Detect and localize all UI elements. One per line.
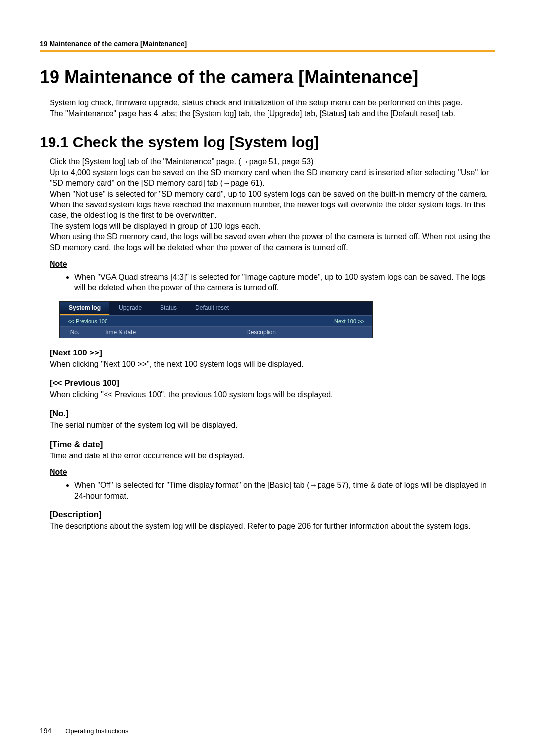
subheading-no: [No.] bbox=[50, 409, 495, 419]
body-line: When using the SD memory card, the logs … bbox=[50, 231, 495, 252]
doc-title: Operating Instructions bbox=[65, 727, 128, 735]
previous-100-link[interactable]: << Previous 100 bbox=[68, 318, 107, 324]
chapter-title: 19 Maintenance of the camera [Maintenanc… bbox=[40, 67, 495, 88]
column-description: Description bbox=[150, 327, 372, 338]
note-item: When "VGA Quad streams [4:3]" is selecte… bbox=[74, 272, 495, 293]
tabstrip: System log Upgrade Status Default reset bbox=[60, 302, 372, 315]
subheading-timedate: [Time & date] bbox=[50, 440, 495, 450]
log-pagination: << Previous 100 Next 100 >> bbox=[60, 315, 372, 326]
body-line: When "Not use" is selected for "SD memor… bbox=[50, 189, 495, 200]
intro-line-2: The "Maintenance" page has 4 tabs; the [… bbox=[50, 108, 495, 119]
footer-divider bbox=[58, 725, 58, 736]
subheading-prev100: [<< Previous 100] bbox=[50, 378, 495, 388]
running-header: 19 Maintenance of the camera [Maintenanc… bbox=[40, 40, 495, 48]
page-number: 194 bbox=[40, 727, 51, 735]
log-table-header: No. Time & date Description bbox=[60, 326, 372, 338]
subdesc-next100: When clicking "Next 100 >>", the next 10… bbox=[50, 359, 495, 370]
tab-default-reset[interactable]: Default reset bbox=[186, 302, 238, 315]
chapter-intro: System log check, firmware upgrade, stat… bbox=[50, 98, 495, 119]
system-log-ui: System log Upgrade Status Default reset … bbox=[59, 301, 373, 338]
subheading-description: [Description] bbox=[50, 510, 495, 520]
section-body: Click the [System log] tab of the "Maint… bbox=[50, 156, 495, 252]
body-line: When the saved system logs have reached … bbox=[50, 200, 495, 221]
column-time-date: Time & date bbox=[90, 327, 150, 338]
body-line: The system logs will be displayed in gro… bbox=[50, 221, 495, 232]
subdesc-prev100: When clicking "<< Previous 100", the pre… bbox=[50, 389, 495, 400]
subdesc-timedate: Time and date at the error occurrence wi… bbox=[50, 451, 495, 461]
document-page: 19 Maintenance of the camera [Maintenanc… bbox=[0, 0, 535, 756]
note-item: When "Off" is selected for "Time display… bbox=[74, 480, 495, 501]
subheading-next100: [Next 100 >>] bbox=[50, 348, 495, 358]
subdesc-description: The descriptions about the system log wi… bbox=[50, 521, 495, 532]
note-heading: Note bbox=[50, 260, 495, 269]
intro-line-1: System log check, firmware upgrade, stat… bbox=[50, 98, 495, 108]
note-heading-timedate: Note bbox=[50, 468, 495, 477]
tab-system-log[interactable]: System log bbox=[60, 302, 110, 315]
tab-status[interactable]: Status bbox=[151, 302, 186, 315]
page-footer: 194 Operating Instructions bbox=[40, 725, 129, 736]
note-list-timedate: When "Off" is selected for "Time display… bbox=[59, 480, 495, 501]
note-list: When "VGA Quad streams [4:3]" is selecte… bbox=[59, 272, 495, 293]
body-line: Click the [System log] tab of the "Maint… bbox=[50, 156, 495, 167]
next-100-link[interactable]: Next 100 >> bbox=[334, 318, 364, 324]
tab-upgrade[interactable]: Upgrade bbox=[110, 302, 151, 315]
section-title: 19.1 Check the system log [System log] bbox=[40, 134, 495, 151]
header-rule bbox=[40, 50, 495, 52]
body-line: Up to 4,000 system logs can be saved on … bbox=[50, 167, 495, 189]
subdesc-no: The serial number of the system log will… bbox=[50, 420, 495, 431]
column-no: No. bbox=[60, 327, 90, 338]
